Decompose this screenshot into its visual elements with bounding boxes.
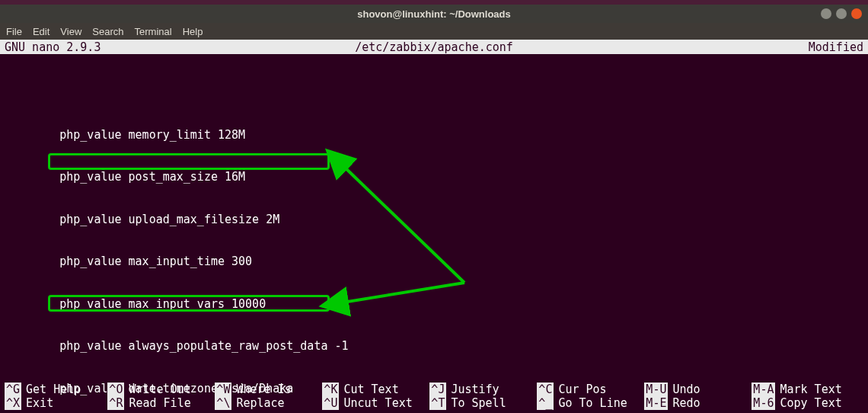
editor-area[interactable]: php_value memory_limit 128M php_value po… (0, 54, 868, 413)
menu-file[interactable]: File (6, 26, 22, 37)
close-icon[interactable] (851, 8, 862, 19)
menu-terminal[interactable]: Terminal (135, 26, 172, 37)
shortcut-redo: M-ERedo (644, 396, 752, 410)
shortcut-get-help: ^GGet Help (5, 383, 107, 396)
nano-filename: /etc/zabbix/apache.conf (355, 40, 513, 54)
nano-header: GNU nano 2.9.3 /etc/zabbix/apache.conf M… (0, 40, 868, 54)
annotation-box-1 (48, 153, 330, 170)
editor-line (5, 85, 863, 100)
editor-line: php_value memory_limit 128M (5, 128, 863, 142)
shortcut-cut-text: ^KCut Text (322, 383, 429, 396)
shortcut-copy-text: M-6Copy Text (752, 396, 859, 410)
menu-edit[interactable]: Edit (33, 26, 49, 37)
shortcut-justify: ^JJustify (429, 383, 537, 396)
shortcut-exit: ^XExit (5, 396, 107, 410)
menu-help[interactable]: Help (183, 26, 203, 37)
editor-line: php_value post_max_size 16M (5, 170, 863, 184)
window-title: shovon@linuxhint: ~/Downloads (357, 8, 511, 20)
shortcuts-row-2: ^XExit ^RRead File ^\Replace ^UUncut Tex… (5, 396, 863, 410)
shortcut-replace: ^\Replace (215, 396, 322, 410)
shortcut-where-is: ^WWhere Is (215, 383, 322, 396)
nano-shortcuts: ^GGet Help ^OWrite Out ^WWhere Is ^KCut … (5, 383, 863, 410)
editor-line: php_value upload_max_filesize 2M (5, 213, 863, 227)
shortcut-undo: M-UUndo (644, 383, 752, 396)
menubar: File Edit View Search Terminal Help (0, 23, 868, 40)
shortcuts-row-1: ^GGet Help ^OWrite Out ^WWhere Is ^KCut … (5, 383, 863, 396)
maximize-icon[interactable] (836, 8, 847, 19)
shortcut-cur-pos: ^CCur Pos (537, 383, 644, 396)
editor-line: php_value always_populate_raw_post_data … (5, 339, 863, 354)
shortcut-go-to-line: ^_Go To Line (537, 396, 644, 410)
minimize-icon[interactable] (821, 8, 831, 19)
menu-view[interactable]: View (60, 26, 81, 37)
shortcut-uncut-text: ^UUncut Text (322, 396, 429, 410)
shortcut-write-out: ^OWrite Out (107, 383, 215, 396)
nano-version: GNU nano 2.9.3 (5, 40, 101, 54)
shortcut-to-spell: ^TTo Spell (429, 396, 537, 410)
nano-status: Modified (809, 40, 863, 54)
menu-search[interactable]: Search (92, 26, 123, 37)
editor-line: php_value max_input_time 300 (5, 255, 863, 269)
window-controls (821, 8, 862, 19)
shortcut-read-file: ^RRead File (107, 396, 215, 410)
window-titlebar: shovon@linuxhint: ~/Downloads (0, 5, 868, 23)
editor-line: php_value max_input_vars 10000 (5, 297, 863, 312)
shortcut-mark-text: M-AMark Text (752, 383, 859, 396)
